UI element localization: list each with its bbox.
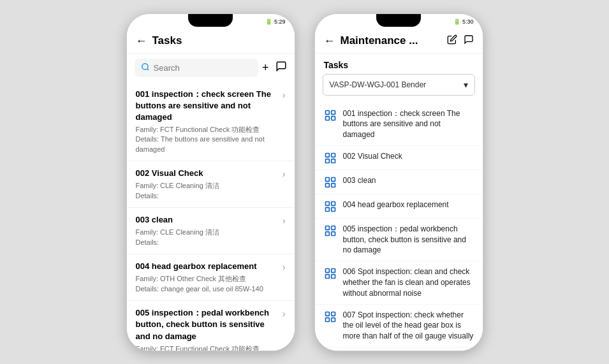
section-label: Tasks xyxy=(315,54,483,74)
dropdown-chevron-icon: ▾ xyxy=(464,80,468,90)
task-chevron-icon: › xyxy=(282,262,286,272)
task-title: 002 Visual Check xyxy=(136,168,280,179)
svg-rect-4 xyxy=(325,116,329,120)
search-actions: + xyxy=(262,61,287,75)
check-item[interactable]: 006 Spot inspection: clean and check whe… xyxy=(315,261,483,304)
check-text: 005 inspection：pedal workbench button, c… xyxy=(343,224,474,256)
task-item[interactable]: 003 clean Family: CLE Cleaning 清洁 Detail… xyxy=(127,208,295,254)
checkbox-icon xyxy=(324,267,337,280)
back-button-left[interactable]: ← xyxy=(136,34,147,48)
task-family: Family: FCT Functional Check 功能检查 xyxy=(136,344,280,351)
check-text: 002 Visual Check xyxy=(343,151,402,162)
task-item[interactable]: 004 head gearbox replacement Family: OTH… xyxy=(127,254,295,301)
back-button-right[interactable]: ← xyxy=(324,34,335,48)
search-input-wrapper[interactable] xyxy=(135,59,258,77)
task-details: Details: The buttons are sensitive and n… xyxy=(136,135,280,154)
svg-rect-11 xyxy=(331,177,335,181)
task-title: 004 head gearbox replacement xyxy=(136,261,280,272)
svg-rect-5 xyxy=(331,116,335,120)
check-text: 006 Spot inspection: clean and check whe… xyxy=(343,266,474,298)
task-content: 002 Visual Check Family: CLE Cleaning 清洁… xyxy=(136,168,280,201)
phone-left-header: ← Tasks xyxy=(127,29,295,54)
checkbox-icon xyxy=(324,200,337,213)
svg-rect-23 xyxy=(331,269,335,273)
svg-rect-25 xyxy=(331,275,335,279)
phone-right-header: ← Maintenance ... xyxy=(315,29,483,54)
svg-rect-24 xyxy=(325,275,329,279)
svg-rect-7 xyxy=(331,153,335,157)
svg-point-0 xyxy=(142,63,147,69)
task-chevron-icon: › xyxy=(282,169,286,179)
task-list: 001 inspection：check screen The buttons … xyxy=(127,82,295,351)
checkbox-icon xyxy=(324,109,337,122)
task-title: 005 inspection：pedal workbench button, c… xyxy=(136,307,280,342)
task-chevron-icon: › xyxy=(282,215,286,226)
svg-rect-29 xyxy=(331,317,335,321)
phones-container: 🔋 5:29 ← Tasks + xyxy=(126,13,483,351)
task-item[interactable]: 005 inspection：pedal workbench button, c… xyxy=(127,301,295,350)
svg-rect-20 xyxy=(325,232,329,236)
task-content: 005 inspection：pedal workbench button, c… xyxy=(136,307,280,350)
svg-rect-26 xyxy=(325,312,329,316)
task-title: 001 inspection：check screen The buttons … xyxy=(136,89,280,124)
svg-rect-10 xyxy=(325,177,329,181)
checkbox-icon xyxy=(324,152,337,164)
svg-line-1 xyxy=(147,68,149,70)
header-icons-right xyxy=(447,34,474,47)
check-item[interactable]: 004 head gearbox replacement xyxy=(315,194,483,219)
task-details: Details: xyxy=(136,191,280,201)
notch-right xyxy=(376,14,421,27)
svg-rect-13 xyxy=(331,184,335,187)
check-item[interactable]: 005 inspection：pedal workbench button, c… xyxy=(315,219,483,261)
task-family: Family: CLE Cleaning 清洁 xyxy=(136,181,280,191)
svg-rect-8 xyxy=(325,159,329,163)
svg-rect-19 xyxy=(331,226,335,229)
checkbox-icon xyxy=(324,310,337,323)
task-item[interactable]: 001 inspection：check screen The buttons … xyxy=(127,82,295,162)
task-family: Family: FCT Functional Check 功能检查 xyxy=(136,125,280,135)
svg-rect-22 xyxy=(325,269,329,273)
svg-rect-12 xyxy=(325,184,329,187)
svg-rect-9 xyxy=(331,159,335,163)
header-title-right: Maintenance ... xyxy=(341,34,442,47)
task-title: 003 clean xyxy=(136,214,280,226)
check-item[interactable]: 002 Visual Check xyxy=(315,146,483,170)
dropdown-bar[interactable]: VASP-DW-WGJ-001 Bender ▾ xyxy=(323,74,475,96)
time-right: 5:30 xyxy=(462,18,474,25)
dropdown-label: VASP-DW-WGJ-001 Bender xyxy=(330,80,427,89)
check-item[interactable]: 001 inspection：check screen The buttons … xyxy=(315,103,483,146)
svg-rect-2 xyxy=(325,110,329,114)
chat-icon-right[interactable] xyxy=(464,34,474,47)
edit-icon[interactable] xyxy=(447,34,457,47)
task-content: 001 inspection：check screen The buttons … xyxy=(136,89,280,155)
task-chevron-icon: › xyxy=(282,90,286,100)
phone-left: 🔋 5:29 ← Tasks + xyxy=(126,13,295,351)
svg-rect-28 xyxy=(325,317,329,321)
status-icons-right: 🔋 5:30 xyxy=(453,18,474,25)
checklist: 001 inspection：check screen The buttons … xyxy=(315,101,483,351)
time-left: 5:29 xyxy=(274,18,286,25)
check-item[interactable]: 007 Spot inspection: check whether the o… xyxy=(315,305,483,347)
task-details: Details: change gear oil, use oil 85W-14… xyxy=(136,284,280,294)
check-text: 003 clean xyxy=(343,175,376,186)
phone-right: 🔋 5:30 ← Maintenance ... xyxy=(314,13,483,351)
add-task-button[interactable]: + xyxy=(262,61,269,75)
battery-icon: 🔋 xyxy=(265,18,272,25)
svg-rect-16 xyxy=(325,208,329,212)
task-chevron-icon: › xyxy=(282,309,286,319)
header-title-left: Tasks xyxy=(152,34,286,47)
checkbox-icon xyxy=(324,176,337,189)
task-item[interactable]: 002 Visual Check Family: CLE Cleaning 清洁… xyxy=(127,161,295,208)
svg-rect-15 xyxy=(331,201,335,205)
search-icon xyxy=(141,62,150,73)
svg-rect-18 xyxy=(325,226,329,229)
search-input[interactable] xyxy=(154,63,252,73)
svg-rect-27 xyxy=(331,312,335,316)
check-item[interactable]: 003 clean xyxy=(315,170,483,194)
check-text: 004 head gearbox replacement xyxy=(343,200,449,210)
svg-rect-3 xyxy=(331,110,335,114)
task-content: 004 head gearbox replacement Family: OTH… xyxy=(136,261,280,294)
task-family: Family: CLE Cleaning 清洁 xyxy=(136,228,280,237)
task-content: 003 clean Family: CLE Cleaning 清洁 Detail… xyxy=(136,214,280,247)
checkbox-icon xyxy=(324,224,337,237)
